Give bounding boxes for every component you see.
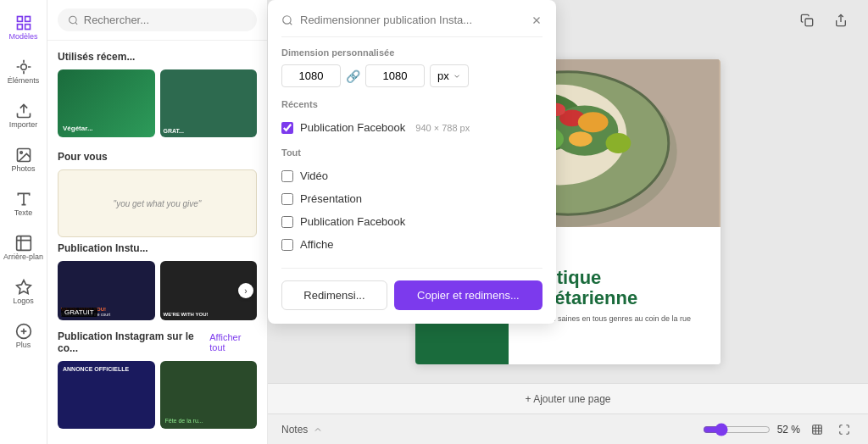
svg-line-14 bbox=[75, 22, 77, 24]
publication-insta-title: Publication Instu... bbox=[58, 242, 148, 254]
sidebar-item-texte-label: Texte bbox=[14, 209, 33, 217]
svg-rect-0 bbox=[17, 16, 22, 21]
copy-redimension-button[interactable]: Copier et redimens... bbox=[394, 280, 542, 310]
recents-grid: Végétar... GRAT... bbox=[58, 69, 257, 137]
checkbox-video[interactable]: Vidéo bbox=[281, 164, 542, 187]
search-icon bbox=[68, 14, 79, 26]
recent-facebook-size: 940 × 788 px bbox=[415, 123, 470, 133]
fullscreen-icon bbox=[838, 424, 850, 436]
height-input[interactable] bbox=[365, 64, 425, 87]
dropdown-search-icon bbox=[281, 14, 293, 26]
svg-point-4 bbox=[20, 64, 26, 69]
redimension-button[interactable]: Redimensi... bbox=[281, 280, 387, 310]
search-bar-area bbox=[47, 0, 267, 41]
dropdown-search-area bbox=[281, 14, 542, 37]
zoom-controls: 52 % bbox=[703, 419, 854, 440]
fit-page-icon bbox=[811, 424, 823, 436]
width-input[interactable] bbox=[281, 64, 341, 87]
lock-icon: 🔗 bbox=[346, 69, 360, 83]
voir-tout-link[interactable]: Afficher tout bbox=[209, 332, 257, 352]
sidebar-item-arriere-plan[interactable]: Arrière-plan bbox=[3, 227, 44, 268]
sidebar-item-arriere-plan-label: Arrière-plan bbox=[3, 253, 43, 261]
presentation-label: Présentation bbox=[300, 192, 362, 205]
svg-point-29 bbox=[578, 112, 609, 132]
tout-title: Tout bbox=[281, 147, 542, 158]
panel-content: Utilisés récem... Végétar... GRAT... Pou… bbox=[47, 41, 267, 444]
insta-cards-wrapper: WE'RE WITH YOU! From the lines to the co… bbox=[58, 261, 257, 320]
sidebar-item-photos[interactable]: Photos bbox=[3, 139, 44, 180]
checkbox-affiche[interactable]: Affiche bbox=[281, 233, 542, 256]
recent-publication-facebook[interactable]: Publication Facebook 940 × 788 px bbox=[281, 116, 542, 139]
sidebar: Modèles Éléments Importer Photos Texte A… bbox=[0, 0, 47, 444]
add-page-bar[interactable]: + Ajouter une page bbox=[268, 383, 868, 413]
chevron-up-icon bbox=[313, 425, 323, 435]
sidebar-item-importer-label: Importer bbox=[9, 121, 38, 129]
quote-template-card[interactable]: "you get what you give" bbox=[58, 169, 257, 237]
sidebar-item-plus-label: Plus bbox=[16, 341, 31, 349]
sidebar-item-elements-label: Éléments bbox=[8, 77, 40, 85]
publication-facebook-checkbox[interactable] bbox=[281, 216, 293, 228]
insta-grid-arrow[interactable]: › bbox=[238, 283, 253, 298]
sidebar-item-logos[interactable]: Logos bbox=[3, 271, 44, 312]
svg-rect-1 bbox=[25, 16, 30, 21]
copy-button[interactable] bbox=[793, 7, 821, 34]
checkbox-presentation[interactable]: Présentation bbox=[281, 187, 542, 210]
presentation-checkbox[interactable] bbox=[281, 193, 293, 205]
recents-section-title: Utilisés récem... bbox=[58, 51, 257, 63]
search-wrapper[interactable] bbox=[58, 8, 257, 31]
insta-card2-text: WE'RE WITH YOU! bbox=[164, 312, 209, 317]
fullscreen-button[interactable] bbox=[834, 419, 854, 440]
notes-label: Notes bbox=[281, 424, 308, 436]
unit-label: px bbox=[437, 69, 449, 82]
sidebar-item-logos-label: Logos bbox=[13, 297, 34, 305]
svg-point-30 bbox=[569, 131, 593, 147]
dimension-personnalisee-section: Dimension personnalisée 🔗 px bbox=[281, 47, 542, 87]
fit-page-button[interactable] bbox=[807, 419, 827, 440]
svg-rect-19 bbox=[805, 19, 813, 26]
sidebar-item-modeles[interactable]: Modèles bbox=[3, 7, 44, 47]
unit-selector[interactable]: px bbox=[430, 64, 469, 87]
svg-rect-3 bbox=[25, 24, 30, 29]
recent-facebook-checkbox[interactable] bbox=[281, 122, 293, 134]
svg-point-15 bbox=[283, 15, 291, 23]
sidebar-item-plus[interactable]: Plus bbox=[3, 315, 44, 356]
annonce-card-2[interactable]: Fête de la ru... bbox=[160, 361, 258, 429]
dropdown-footer: Redimensi... Copier et redimens... bbox=[281, 268, 542, 310]
search-input[interactable] bbox=[84, 14, 247, 26]
video-label: Vidéo bbox=[300, 169, 328, 182]
sidebar-item-photos-label: Photos bbox=[11, 165, 35, 173]
publication-insta-sur-co-header: Publication Instagram sur le co... Affic… bbox=[58, 330, 257, 354]
share-icon bbox=[834, 14, 848, 27]
template-card-2[interactable]: GRAT... bbox=[160, 69, 258, 137]
dimension-row: 🔗 px bbox=[281, 64, 542, 87]
svg-marker-9 bbox=[16, 280, 31, 293]
recents-dropdown-title: Récents bbox=[281, 99, 542, 109]
left-panel: Utilisés récem... Végétar... GRAT... Pou… bbox=[47, 0, 268, 444]
dropdown-search-input[interactable] bbox=[300, 14, 524, 26]
svg-point-7 bbox=[19, 151, 21, 153]
publication-insta-header: Publication Instu... bbox=[58, 242, 257, 254]
annonce-card-1[interactable]: ANNONCE OFFICIELLE bbox=[58, 361, 155, 429]
chevron-down-icon bbox=[453, 72, 461, 80]
pour-vous-section-title: Pour vous bbox=[58, 151, 257, 163]
affiche-checkbox[interactable] bbox=[281, 239, 293, 251]
dropdown-close-icon[interactable] bbox=[531, 14, 542, 26]
annonce-grid: ANNONCE OFFICIELLE Fête de la ru... bbox=[58, 361, 257, 429]
recent-facebook-label: Publication Facebook bbox=[300, 121, 405, 134]
bottom-bar: Notes 52 % bbox=[268, 413, 868, 444]
sidebar-item-texte[interactable]: Texte bbox=[3, 183, 44, 224]
checkbox-publication-facebook[interactable]: Publication Facebook bbox=[281, 210, 542, 233]
copy-icon bbox=[800, 14, 814, 27]
svg-rect-35 bbox=[813, 425, 822, 434]
svg-point-33 bbox=[606, 133, 632, 153]
sidebar-item-elements[interactable]: Éléments bbox=[3, 51, 44, 92]
svg-line-16 bbox=[290, 22, 292, 25]
tout-section: Tout Vidéo Présentation Publication Face… bbox=[281, 147, 542, 256]
share-button[interactable] bbox=[827, 7, 854, 34]
annonce-card2-text: Fête de la ru... bbox=[165, 418, 203, 424]
sidebar-item-importer[interactable]: Importer bbox=[3, 95, 44, 136]
video-checkbox[interactable] bbox=[281, 170, 293, 182]
zoom-slider[interactable] bbox=[703, 423, 771, 436]
template-card-green[interactable]: Végétar... bbox=[58, 69, 155, 137]
insta-grid: WE'RE WITH YOU! From the lines to the co… bbox=[58, 261, 257, 320]
